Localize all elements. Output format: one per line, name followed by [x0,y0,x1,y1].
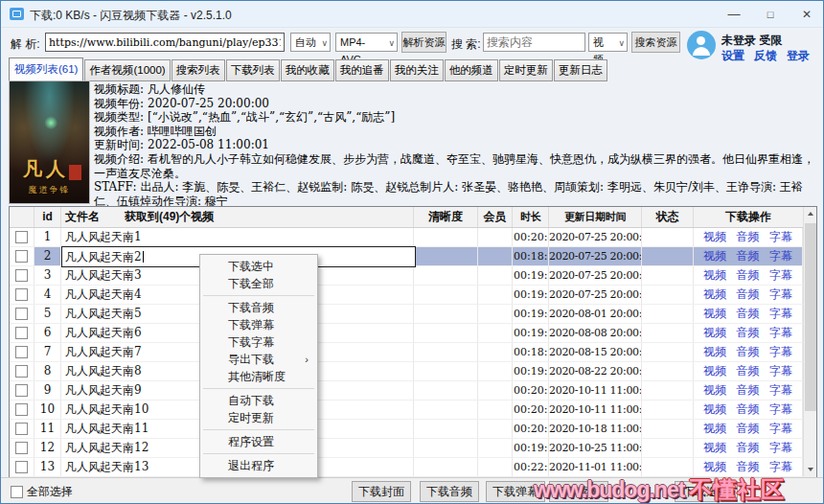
download-video-link[interactable]: 视频 [703,401,726,419]
row-checkbox[interactable] [15,403,28,416]
row-checkbox[interactable] [15,308,28,320]
download-subtitle-link[interactable]: 字幕 [769,362,792,380]
table-row[interactable]: 4 凡人风起天南4 00:19:1 2020-07-25 20:00:00 视频… [10,286,816,305]
header-vip[interactable]: 会员 [478,207,513,227]
row-checkbox[interactable] [15,442,28,454]
avatar[interactable] [687,31,716,59]
download-audio-link[interactable]: 音频 [737,420,760,438]
minimize-button[interactable]: — [718,1,750,28]
table-row[interactable]: 6 凡人风起天南6 00:19:5 2020-08-08 20:00:00 视频… [10,324,816,343]
download-audio-link[interactable]: 音频 [737,305,760,323]
table-row-selected[interactable]: 2 凡人风起天南2 00:18:2 2020-07-25 20:00:00 视频… [10,247,816,266]
tab-video-list[interactable]: 视频列表(61) [9,57,83,81]
download-audio-link[interactable]: 音频 [737,266,760,285]
table-row[interactable]: 1 凡人风起天南1 00:20:4 2020-07-25 20:00:00 视频… [10,228,816,247]
menu-item-download-audio[interactable]: 下载音频 [200,299,317,316]
download-video-link[interactable]: 视频 [703,362,726,380]
search-input[interactable] [483,33,585,52]
download-video-link[interactable]: 视频 [703,266,726,285]
menu-item-download-danmaku[interactable]: 下载弹幕 [200,316,317,333]
url-input[interactable] [45,33,285,52]
table-row[interactable]: 10 凡人风起天南10 00:20:2 2020-10-11 11:00:00 … [10,401,816,420]
download-video-link[interactable]: 视频 [703,420,726,438]
download-subtitle-link[interactable]: 字幕 [769,228,792,246]
search-button[interactable]: 搜索资源 [631,32,680,53]
download-video-link[interactable]: 视频 [703,439,726,457]
download-audio-link[interactable]: 音频 [737,381,760,400]
download-audio-link[interactable]: 音频 [737,362,760,380]
menu-item-auto-download[interactable]: 自动下载 [200,392,317,409]
download-audio-link[interactable]: 音频 [737,343,760,361]
download-video-link[interactable]: 视频 [703,381,726,400]
download-video-link[interactable]: 视频 [703,247,726,265]
download-video-link[interactable]: 视频 [703,228,726,246]
header-actions[interactable]: 下载操作 [694,207,803,227]
table-row[interactable]: 8 凡人风起天南8 00:19:1 2020-08-22 20:00:00 视频… [10,362,816,381]
tab-search-list[interactable]: 搜索列表 [172,59,225,81]
row-checkbox[interactable] [15,365,28,378]
header-duration[interactable]: 时长 [513,207,549,227]
tab-following[interactable]: 我的关注 [390,59,444,81]
download-audio-link[interactable]: 音频 [737,228,760,246]
download-subtitle-link[interactable]: 字幕 [769,286,792,304]
download-audio-link[interactable]: 音频 [737,286,760,304]
settings-link[interactable]: 设置 [721,48,744,64]
menu-item-program-settings[interactable]: 程序设置 [200,433,317,450]
download-subtitle-link[interactable]: 字幕 [769,266,792,285]
table-row[interactable]: 9 凡人风起天南9 00:20:0 2020-10-11 11:00:00 视频… [10,381,816,401]
table-row[interactable]: 11 凡人风起天南11 00:20:3 2020-10-18 11:00:00 … [10,420,816,439]
maximize-button[interactable]: □ [754,1,787,28]
search-type-select[interactable]: 视频 ∨ [588,33,628,52]
header-filename[interactable]: 文件名获取到(49)个视频 [61,207,414,227]
table-row[interactable]: 3 凡人风起天南3 00:19:1 2020-07-25 20:00:00 视频… [10,266,816,286]
row-checkbox[interactable] [15,231,28,243]
download-video-link[interactable]: 视频 [703,343,726,361]
row-checkbox[interactable] [15,423,28,435]
row-checkbox[interactable] [15,327,28,339]
parse-button[interactable]: 解析资源 [401,32,446,53]
download-cover-button[interactable]: 下载封面 [352,481,411,502]
download-subtitle-link[interactable]: 字幕 [769,439,792,457]
mode-select[interactable]: 自动 ∨ [290,33,331,52]
row-checkbox[interactable] [15,384,28,397]
header-id[interactable]: id [34,207,61,227]
select-all-checkbox[interactable] [11,486,23,498]
tab-author-videos[interactable]: 作者视频(1000) [84,59,170,81]
download-subtitle-link[interactable]: 字幕 [769,420,792,438]
select-all[interactable]: 全部选择 [11,484,73,500]
download-subtitle-link[interactable]: 字幕 [769,247,792,265]
row-checkbox[interactable] [15,269,28,282]
header-checkbox-cell[interactable] [10,207,34,227]
menu-item-download-all[interactable]: 下载全部 [200,275,317,292]
tab-favorites[interactable]: 我的收藏 [281,59,334,81]
close-button[interactable]: ✕ [790,1,823,28]
menu-item-download-selected[interactable]: 下载选中 [200,258,317,275]
row-filename[interactable]: 凡人风起天南1 [61,228,414,246]
row-checkbox[interactable] [15,461,28,473]
header-status[interactable]: 状态 [642,207,694,227]
format-select[interactable]: MP4-AVC ∨ [335,33,398,52]
login-link[interactable]: 登录 [787,48,810,64]
menu-item-other-quality[interactable]: 其他清晰度 [200,368,317,385]
download-video-link[interactable]: 视频 [703,305,726,323]
menu-item-scheduled-update[interactable]: 定时更新 [200,409,317,426]
tab-his-channel[interactable]: 他的频道 [445,59,498,81]
download-subtitle-link[interactable]: 字幕 [769,324,792,342]
scrollbar-thumb[interactable] [805,223,816,411]
scroll-up-button[interactable] [804,207,817,220]
tab-bangumi[interactable]: 我的追番 [335,59,389,81]
download-subtitle-link[interactable]: 字幕 [769,381,792,400]
feedback-link[interactable]: 反馈 [754,48,777,64]
vertical-scrollbar[interactable] [803,207,816,476]
menu-item-exit-program[interactable]: 退出程序 [200,457,317,474]
download-audio-link[interactable]: 音频 [737,401,760,419]
header-quality[interactable]: 清晰度 [414,207,478,227]
download-subtitle-link[interactable]: 字幕 [769,343,792,361]
menu-item-export-download[interactable]: 导出下载› [200,351,317,368]
download-video-link[interactable]: 视频 [703,286,726,304]
menu-item-download-subtitle[interactable]: 下载字幕 [200,333,317,351]
download-subtitle-link[interactable]: 字幕 [769,305,792,323]
table-row[interactable]: 5 凡人风起天南5 00:19:4 2020-08-01 20:00:00 视频… [10,305,816,324]
download-video-link[interactable]: 视频 [703,324,726,342]
table-row[interactable]: 12 凡人风起天南12 00:19:0 2020-10-25 11:00:00 … [10,439,816,458]
